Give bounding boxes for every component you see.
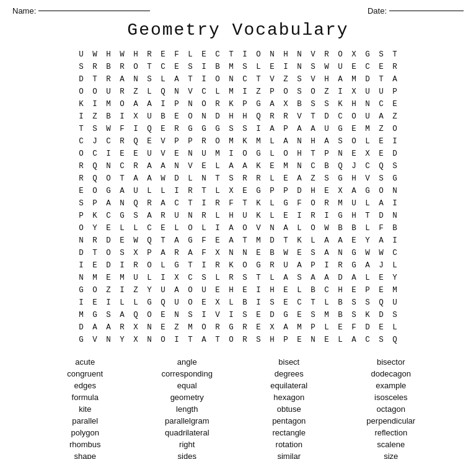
grid-cell: I: [252, 123, 265, 135]
grid-cell: L: [156, 259, 170, 272]
grid-cell: N: [224, 247, 238, 259]
grid-cell: G: [347, 259, 361, 272]
grid-cell: X: [347, 86, 361, 98]
grid-cell: Q: [252, 110, 265, 123]
grid-cell: I: [156, 98, 170, 110]
grid-cell: N: [102, 160, 115, 172]
word-item: bisect: [241, 357, 337, 367]
grid-cell: K: [224, 259, 238, 272]
grid-cell: R: [74, 160, 88, 172]
grid-cell: I: [170, 334, 183, 346]
grid-cell: L: [211, 86, 224, 98]
grid-cell: H: [347, 172, 361, 185]
grid-cell: I: [238, 48, 252, 61]
grid-cell: Q: [333, 160, 347, 172]
grid-cell: Q: [143, 123, 156, 135]
grid-cell: B: [333, 296, 347, 309]
grid-cell: N: [115, 197, 129, 210]
grid-cell: K: [88, 210, 102, 222]
grid-cell: R: [388, 61, 402, 73]
grid-cell: P: [170, 135, 183, 148]
grid-cell: R: [115, 321, 129, 334]
grid-cell: G: [252, 148, 265, 160]
grid-cell: T: [252, 272, 265, 284]
grid-row: SPANQRACTIRFTKLGFORMULAI: [74, 197, 402, 210]
grid-cell: U: [279, 259, 293, 272]
grid-cell: D: [102, 259, 115, 272]
grid-cell: Z: [129, 284, 143, 296]
grid-cell: V: [88, 334, 102, 346]
grid-cell: X: [129, 247, 143, 259]
grid-cell: G: [279, 197, 293, 210]
grid-cell: M: [279, 160, 293, 172]
grid-cell: G: [183, 234, 197, 247]
name-underline: [38, 11, 150, 11]
grid-cell: U: [170, 210, 183, 222]
grid-cell: A: [88, 321, 102, 334]
grid-cell: E: [347, 61, 361, 73]
grid-cell: S: [306, 61, 320, 73]
grid-cell: A: [306, 272, 320, 284]
grid-cell: R: [143, 197, 156, 210]
grid-row: OYELLCELOLIAOVNALOWBBLFB: [74, 222, 402, 234]
grid-cell: T: [183, 197, 197, 210]
grid-cell: J: [374, 259, 388, 272]
grid-cell: D: [374, 309, 388, 321]
grid-cell: E: [252, 321, 265, 334]
grid-cell: S: [197, 272, 211, 284]
grid-cell: G: [252, 259, 265, 272]
grid-cell: J: [347, 160, 361, 172]
grid-row: GVNYXNOITATORSHPENELACSQ: [74, 334, 402, 346]
grid-cell: E: [347, 148, 361, 160]
grid-cell: S: [333, 135, 347, 148]
grid-cell: H: [293, 148, 306, 160]
grid-cell: T: [143, 61, 156, 73]
grid-row: DTRANSLATIONCTVZSVHAMDTA: [74, 73, 402, 86]
word-list: acuteanglebisectbisectorcongruentcorresp…: [12, 357, 464, 459]
grid-cell: I: [74, 259, 88, 272]
grid-cell: F: [197, 234, 211, 247]
grid-cell: A: [170, 234, 183, 247]
grid-cell: O: [74, 148, 88, 160]
grid-cell: Z: [129, 86, 143, 98]
grid-cell: E: [265, 61, 279, 73]
grid-cell: W: [102, 123, 115, 135]
grid-cell: D: [211, 110, 224, 123]
grid-cell: Q: [156, 296, 170, 309]
grid-cell: A: [265, 98, 279, 110]
grid-cell: F: [115, 123, 129, 135]
grid-cell: O: [224, 334, 238, 346]
grid-cell: L: [306, 234, 320, 247]
grid-cell: B: [238, 296, 252, 309]
grid-cell: W: [361, 247, 374, 259]
word-item: pentagon: [241, 416, 337, 426]
grid-cell: E: [333, 321, 347, 334]
grid-cell: E: [156, 309, 170, 321]
grid-cell: Y: [115, 334, 129, 346]
grid-cell: A: [306, 123, 320, 135]
grid-cell: C: [293, 296, 306, 309]
grid-cell: S: [129, 210, 143, 222]
grid-cell: E: [388, 98, 402, 110]
grid-cell: X: [347, 48, 361, 61]
grid-cell: O: [102, 172, 115, 185]
grid-cell: I: [170, 185, 183, 197]
grid-cell: U: [238, 210, 252, 222]
grid-cell: I: [129, 123, 143, 135]
grid-cell: S: [293, 272, 306, 284]
grid-cell: M: [293, 321, 306, 334]
grid-cell: D: [374, 210, 388, 222]
grid-cell: L: [265, 148, 279, 160]
grid-cell: T: [224, 48, 238, 61]
grid-cell: A: [279, 272, 293, 284]
grid-cell: Q: [374, 160, 388, 172]
grid-cell: W: [88, 48, 102, 61]
grid-cell: N: [293, 135, 306, 148]
grid-cell: L: [361, 135, 374, 148]
word-item: parallelgram: [139, 416, 236, 426]
grid-cell: C: [388, 247, 402, 259]
grid-cell: S: [238, 309, 252, 321]
grid-cell: X: [361, 148, 374, 160]
grid-cell: W: [374, 247, 388, 259]
grid-cell: O: [88, 86, 102, 98]
